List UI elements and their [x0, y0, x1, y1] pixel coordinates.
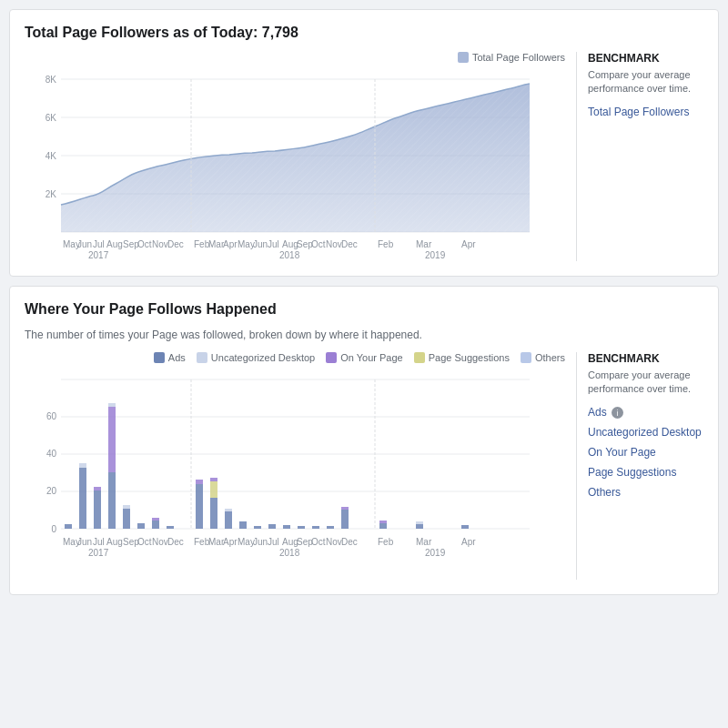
followers-chart-area: Total Page Followers 8K 6K 4K 2K — [25, 52, 703, 261]
follows-benchmark: BENCHMARK Compare your average performan… — [576, 352, 703, 580]
svg-text:Aug: Aug — [106, 537, 123, 547]
followers-benchmark: BENCHMARK Compare your average performan… — [576, 52, 703, 261]
svg-rect-82 — [461, 525, 469, 529]
svg-text:Jun: Jun — [253, 537, 268, 547]
page-legend-dot — [326, 352, 337, 363]
svg-rect-65 — [210, 478, 217, 481]
svg-text:Jul: Jul — [268, 239, 279, 249]
svg-rect-78 — [379, 523, 387, 529]
svg-text:Mar: Mar — [416, 537, 432, 547]
svg-rect-47 — [79, 468, 86, 529]
followers-legend-label: Total Page Followers — [472, 52, 565, 63]
follows-panel-subtitle: The number of times your Page was follow… — [25, 329, 703, 341]
svg-rect-76 — [341, 507, 349, 510]
follows-benchmark-title: BENCHMARK — [588, 352, 703, 365]
svg-text:Jun: Jun — [77, 239, 92, 249]
svg-text:20: 20 — [46, 486, 57, 496]
followers-benchmark-title: BENCHMARK — [588, 52, 703, 65]
svg-text:Apr: Apr — [461, 239, 476, 249]
svg-text:Nov: Nov — [326, 537, 342, 547]
follows-legend-others: Others — [521, 352, 565, 363]
svg-text:Aug: Aug — [106, 239, 123, 249]
followers-benchmark-item-1[interactable]: Total Page Followers — [588, 106, 703, 118]
svg-text:2019: 2019 — [425, 548, 446, 558]
svg-rect-63 — [210, 498, 217, 529]
uncat-legend-dot — [197, 352, 207, 363]
svg-text:Jul: Jul — [268, 537, 279, 547]
svg-rect-71 — [283, 525, 290, 529]
follows-legend-page: On Your Page — [326, 352, 403, 363]
svg-rect-59 — [167, 526, 174, 529]
svg-text:0: 0 — [51, 524, 56, 534]
follows-benchmark-suggestions[interactable]: Page Suggestions — [588, 466, 703, 479]
followers-chart-container: Total Page Followers 8K 6K 4K 2K — [25, 52, 565, 261]
svg-rect-68 — [239, 521, 247, 529]
follows-benchmark-page[interactable]: On Your Page — [588, 446, 703, 459]
follows-panel-title: Where Your Page Follows Happened — [25, 301, 703, 318]
svg-rect-80 — [416, 524, 423, 529]
svg-rect-55 — [123, 505, 130, 509]
suggestions-legend-dot — [414, 352, 425, 363]
svg-text:Dec: Dec — [341, 537, 358, 547]
svg-text:Jun: Jun — [77, 537, 92, 547]
svg-text:Dec: Dec — [167, 537, 184, 547]
followers-legend: Total Page Followers — [25, 52, 565, 63]
svg-rect-57 — [152, 521, 159, 529]
followers-legend-dot — [458, 52, 469, 63]
svg-text:Jul: Jul — [93, 239, 105, 249]
svg-text:Oct: Oct — [137, 239, 152, 249]
svg-rect-67 — [225, 509, 232, 511]
svg-rect-46 — [65, 524, 72, 529]
follows-benchmark-ads[interactable]: Ads i — [588, 406, 703, 420]
followers-benchmark-desc: Compare your average performance over ti… — [588, 68, 703, 96]
follows-chart-area: Ads Uncategorized Desktop On Your Page P… — [25, 352, 703, 580]
followers-panel-title: Total Page Followers as of Today: 7,798 — [25, 25, 703, 41]
svg-text:Nov: Nov — [152, 537, 168, 547]
svg-text:2018: 2018 — [279, 548, 300, 558]
followers-area-overlay — [61, 84, 530, 232]
svg-text:8K: 8K — [46, 75, 57, 85]
svg-text:2018: 2018 — [279, 250, 300, 260]
svg-text:Feb: Feb — [378, 537, 394, 547]
follows-legend: Ads Uncategorized Desktop On Your Page P… — [25, 352, 565, 363]
svg-rect-64 — [210, 481, 217, 498]
others-legend-dot — [521, 352, 531, 363]
follows-benchmark-uncat[interactable]: Uncategorized Desktop — [588, 426, 703, 439]
ads-info-icon[interactable]: i — [612, 407, 623, 419]
svg-text:Apr: Apr — [223, 239, 238, 249]
svg-rect-49 — [94, 490, 101, 529]
follows-benchmark-desc: Compare your average performance over ti… — [588, 369, 703, 397]
svg-text:2K: 2K — [46, 189, 57, 199]
svg-text:Dec: Dec — [341, 239, 358, 249]
svg-text:Mar: Mar — [416, 239, 432, 249]
uncat-legend-label: Uncategorized Desktop — [211, 352, 315, 363]
svg-rect-48 — [79, 463, 86, 468]
svg-text:2019: 2019 — [425, 250, 446, 260]
svg-rect-61 — [196, 484, 203, 529]
svg-rect-52 — [108, 407, 116, 472]
others-legend-label: Others — [535, 352, 565, 363]
page-legend-label: On Your Page — [340, 352, 403, 363]
svg-rect-70 — [268, 524, 276, 529]
svg-text:4K: 4K — [46, 151, 57, 161]
svg-text:Oct: Oct — [137, 537, 152, 547]
svg-text:Apr: Apr — [461, 537, 476, 547]
ads-legend-dot — [154, 352, 165, 363]
svg-rect-79 — [379, 521, 387, 523]
svg-text:Jun: Jun — [253, 239, 268, 249]
svg-text:Feb: Feb — [378, 239, 394, 249]
svg-rect-72 — [298, 526, 305, 529]
follows-legend-suggestions: Page Suggestions — [414, 352, 510, 363]
svg-rect-50 — [94, 487, 101, 490]
follows-legend-ads: Ads — [154, 352, 186, 363]
svg-text:60: 60 — [46, 411, 57, 421]
svg-text:Oct: Oct — [311, 239, 326, 249]
follows-benchmark-others[interactable]: Others — [588, 486, 703, 499]
svg-text:6K: 6K — [46, 113, 57, 123]
svg-text:40: 40 — [46, 449, 57, 459]
svg-rect-53 — [108, 403, 116, 407]
svg-rect-74 — [327, 526, 334, 529]
svg-rect-62 — [196, 480, 203, 484]
svg-rect-58 — [152, 518, 159, 521]
svg-text:Nov: Nov — [152, 239, 168, 249]
